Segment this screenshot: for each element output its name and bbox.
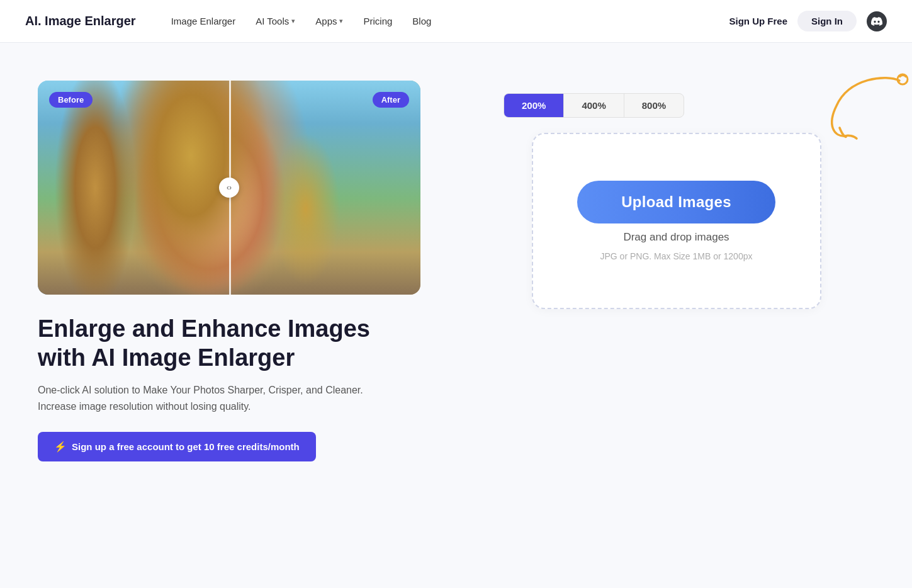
arrow-decoration	[811, 68, 912, 144]
discord-icon[interactable]	[867, 11, 887, 31]
before-badge: Before	[49, 92, 93, 108]
scale-800-button[interactable]: 800%	[624, 94, 684, 117]
file-info-text: JPG or PNG. Max Size 1MB or 1200px	[600, 251, 753, 261]
signup-button[interactable]: Sign Up Free	[729, 16, 787, 26]
nav-item-apps[interactable]: Apps ▾	[315, 16, 343, 26]
nav-actions: Sign Up Free Sign In	[729, 11, 887, 31]
right-section: 200% 400% 800% Upload Images Drag and dr…	[478, 81, 874, 309]
scale-400-button[interactable]: 400%	[564, 94, 624, 117]
nav-item-ai-tools[interactable]: AI Tools ▾	[256, 16, 295, 26]
chevron-down-icon: ▾	[339, 17, 343, 25]
nav-links: Image Enlarger AI Tools ▾ Apps ▾ Pricing…	[171, 16, 707, 26]
left-section: Before After ‹ › Enlarge and Enhance Ima…	[38, 81, 441, 461]
chevron-down-icon: ▾	[291, 17, 295, 25]
layers-icon: ⚡	[54, 441, 67, 453]
nav-item-blog[interactable]: Blog	[412, 16, 431, 26]
hero-title: Enlarge and Enhance Images with AI Image…	[38, 315, 441, 372]
scale-options: 200% 400% 800%	[504, 93, 684, 118]
upload-images-button[interactable]: Upload Images	[577, 181, 775, 223]
drag-drop-text: Drag and drop images	[623, 231, 729, 244]
hero-subtitle: One-click AI solution to Make Your Photo…	[38, 382, 390, 414]
comparison-handle[interactable]: ‹ ›	[219, 178, 239, 198]
nav-item-image-enlarger[interactable]: Image Enlarger	[171, 16, 236, 26]
chevron-right-icon: ›	[229, 183, 232, 192]
navbar: AI. Image Enlarger Image Enlarger AI Too…	[0, 0, 912, 43]
free-signup-button[interactable]: ⚡ Sign up a free account to get 10 free …	[38, 432, 316, 461]
nav-item-pricing[interactable]: Pricing	[363, 16, 392, 26]
svg-point-0	[898, 74, 908, 84]
main-content: Before After ‹ › Enlarge and Enhance Ima…	[0, 43, 912, 487]
scale-200-button[interactable]: 200%	[504, 94, 564, 117]
after-badge: After	[373, 92, 409, 108]
signin-button[interactable]: Sign In	[797, 11, 857, 31]
image-comparison: Before After ‹ ›	[38, 81, 420, 295]
upload-area: Upload Images Drag and drop images JPG o…	[532, 133, 821, 309]
site-logo[interactable]: AI. Image Enlarger	[25, 14, 136, 28]
